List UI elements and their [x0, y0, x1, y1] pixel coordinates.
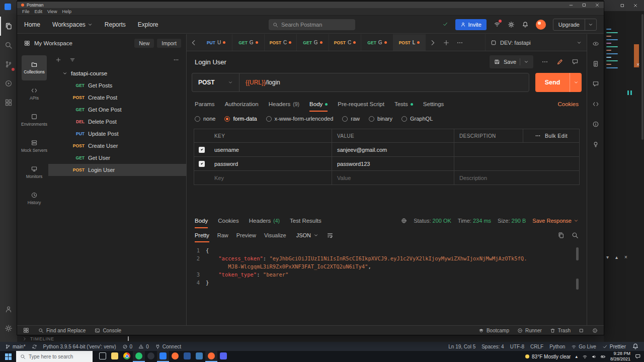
taskbar-app-file-explorer[interactable] [109, 351, 121, 362]
request-item-login-user[interactable]: POSTLogin User [48, 164, 186, 176]
status-prettier[interactable]: Prettier [602, 344, 626, 349]
import-button[interactable]: Import [157, 39, 181, 48]
scrollbar-thumb[interactable] [576, 247, 579, 260]
battery-icon[interactable] [600, 354, 606, 359]
request-info-icon[interactable] [592, 121, 599, 128]
description-cell[interactable] [454, 157, 579, 170]
request-item-get-one-post[interactable]: GETGet One Post [48, 104, 186, 116]
comments-icon[interactable] [592, 80, 599, 87]
nav-home[interactable]: Home [24, 21, 40, 28]
hints-icon[interactable] [592, 141, 599, 148]
response-tab-test-results[interactable]: Test Results [290, 213, 321, 228]
new-button[interactable]: New [134, 39, 154, 48]
wrap-text-icon[interactable] [327, 232, 334, 239]
status-connect[interactable]: Connect [155, 344, 181, 349]
taskbar-app-obs-studio[interactable] [145, 351, 157, 362]
request-tab-authorization[interactable]: Authorization [225, 97, 259, 112]
status-utf-8[interactable]: UTF-8 [510, 344, 524, 349]
status-main-[interactable]: main* [5, 344, 26, 349]
activity-extensions[interactable] [0, 93, 17, 112]
notifications-bell-icon[interactable] [522, 21, 529, 28]
vscode-notification-close-icon[interactable]: × [636, 62, 639, 67]
taskbar-clock[interactable]: 9:28 PM 8/28/2021 [610, 351, 630, 362]
close-button[interactable] [595, 3, 600, 8]
nav-workspaces[interactable]: Workspaces [52, 21, 93, 28]
weather-widget[interactable]: 83°F Mostly clear [525, 354, 571, 359]
rail-item-apis[interactable]: APIs [20, 81, 48, 107]
panel-chevron-up-icon[interactable]: ▴ [615, 254, 618, 260]
response-tab-cookies[interactable]: Cookies [218, 213, 239, 228]
activity-account[interactable] [0, 300, 17, 319]
filter-icon[interactable] [69, 57, 75, 63]
vscode-timeline-header[interactable]: TIMELINE [17, 335, 604, 342]
send-options-icon[interactable] [570, 73, 582, 92]
request-item-create-user[interactable]: POSTCreate User [48, 140, 186, 152]
value-cell[interactable]: sanjeev@gmail.com [332, 143, 454, 156]
open-tab-7[interactable]: POSTL [393, 34, 426, 51]
upgrade-options-icon[interactable] [585, 19, 596, 30]
taskbar-app-google-chrome[interactable] [121, 351, 133, 362]
view-tab-raw[interactable]: Raw [217, 228, 228, 242]
rail-item-environments[interactable]: Environments [20, 108, 48, 133]
maximize-button[interactable] [582, 3, 587, 8]
status-spaces-4[interactable]: Spaces: 4 [481, 344, 504, 349]
body-type-graphql[interactable]: GraphQL [401, 116, 433, 122]
taskbar-app-task-view[interactable] [97, 351, 109, 362]
rail-item-history[interactable]: History [20, 186, 48, 211]
notification-center-icon[interactable] [635, 353, 641, 359]
request-item-delete-post[interactable]: DELDelete Post [48, 116, 186, 128]
runner-button[interactable]: Runner [517, 328, 542, 333]
url-input[interactable]: {{URL}}/login [239, 73, 529, 92]
taskbar-app-screen-recorder[interactable] [133, 351, 145, 362]
open-tab-4[interactable]: GETG [297, 34, 329, 51]
panel-toggle-icon[interactable] [579, 328, 584, 333]
open-tab-5[interactable]: POSTC [329, 34, 361, 51]
value-cell[interactable]: Value [332, 171, 454, 185]
bootcamp-button[interactable]: Bootcamp [478, 328, 509, 333]
status-sync[interactable] [32, 344, 37, 349]
request-tab-headers[interactable]: Headers(9) [269, 97, 299, 112]
request-item-get-user[interactable]: GETGet User [48, 152, 186, 164]
status-bell-icon[interactable] [632, 343, 639, 350]
user-avatar[interactable] [536, 20, 546, 30]
comment-icon[interactable] [572, 58, 579, 65]
taskbar-app-visual-studio-code[interactable] [157, 351, 169, 362]
new-collection-icon[interactable] [55, 57, 61, 63]
key-cell[interactable]: password [209, 157, 332, 170]
start-button[interactable] [0, 351, 16, 362]
view-tab-preview[interactable]: Preview [236, 228, 256, 242]
capture-requests-icon[interactable] [494, 21, 501, 29]
request-item-get-posts[interactable]: GETGet Posts [48, 79, 186, 92]
request-tab-params[interactable]: Params [195, 97, 215, 112]
documentation-icon[interactable] [592, 60, 599, 67]
minimize-button[interactable] [569, 3, 574, 8]
activity-settings[interactable] [0, 319, 17, 338]
environment-selector[interactable]: DEV: fastapi [485, 34, 587, 51]
tabs-scroll-right-icon[interactable] [426, 39, 439, 46]
request-tab-pre-request-script[interactable]: Pre-request Script [338, 97, 384, 112]
activity-search[interactable] [0, 36, 17, 55]
body-type-binary[interactable]: binary [369, 116, 392, 122]
rail-item-monitors[interactable]: Monitors [20, 160, 48, 185]
edit-pencil-icon[interactable] [556, 58, 564, 65]
open-tab-3[interactable]: POSTC [265, 34, 297, 51]
more-actions-icon[interactable] [173, 57, 179, 63]
status-go-live[interactable]: Go Live [571, 344, 596, 349]
description-cell[interactable]: Description [454, 171, 579, 185]
panel-chevron-down-icon[interactable]: ▾ [606, 254, 609, 260]
more-actions-icon[interactable] [541, 58, 548, 65]
key-cell[interactable]: Key [209, 171, 332, 185]
tab-options-icon[interactable] [453, 39, 466, 46]
search-icon[interactable] [572, 232, 579, 239]
rail-item-mock-servers[interactable]: Mock Servers [20, 134, 48, 159]
vscode-minimap[interactable] [606, 26, 627, 71]
view-tab-visualize[interactable]: Visualize [264, 228, 286, 242]
workspace-name[interactable]: My Workspace [34, 40, 72, 46]
code-snippet-icon[interactable] [592, 101, 599, 108]
activity-source-control[interactable] [0, 55, 17, 74]
status-python-3-9-5-64-bit-venv-venv-[interactable]: Python 3.9.5 64-bit ('venv': venv) [43, 344, 116, 349]
open-tab-6[interactable]: GETG [361, 34, 393, 51]
body-type-x-www-form-urlencoded[interactable]: x-www-form-urlencoded [266, 116, 334, 122]
status-0[interactable]: 0 [122, 344, 133, 349]
value-cell[interactable]: password123 [332, 157, 454, 170]
